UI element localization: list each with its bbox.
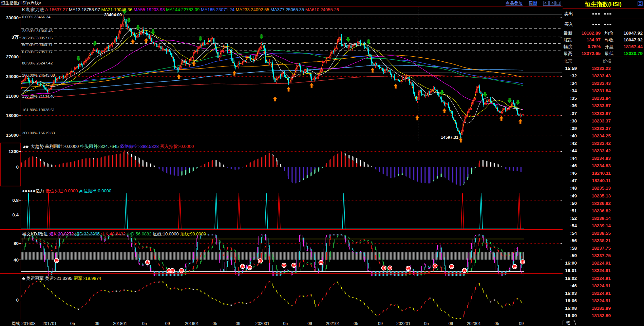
svg-text:幅度: 幅度	[564, 44, 572, 49]
svg-text:18167.44: 18167.44	[624, 44, 643, 49]
svg-text:买入: 买入	[564, 22, 573, 27]
svg-text:05: 05	[495, 321, 499, 326]
svg-text:18237.75: 18237.75	[592, 253, 611, 258]
svg-text:18372.65: 18372.65	[582, 51, 601, 56]
svg-text:笔: 笔	[566, 321, 570, 325]
svg-text:0.4: 0.4	[12, 212, 19, 217]
svg-text:138.20% 21134.40: 138.20% 21134.40	[22, 94, 55, 98]
svg-text::54: :54	[570, 223, 577, 228]
svg-text:0: 0	[16, 165, 19, 170]
svg-text:均价: 均价	[604, 31, 613, 36]
svg-text:09: 09	[378, 321, 383, 326]
svg-text:05: 05	[70, 321, 75, 326]
svg-text:80: 80	[14, 241, 19, 246]
svg-text::51: :51	[570, 208, 577, 213]
svg-text::56: :56	[570, 238, 577, 243]
svg-text:14597.31: 14597.31	[441, 135, 458, 140]
svg-text:09: 09	[307, 321, 312, 326]
svg-text:▲: ▲	[22, 144, 26, 149]
svg-text:界文KDJ改进 短K:20.0272 短D:22.3895: 界文KDJ改进 短K:20.0272 短D:22.3895 中K:48.6432…	[22, 231, 206, 236]
svg-text:K 胡家刀法 A:18637.27 MA13:18758.: K 胡家刀法 A:18637.27 MA13:18758.97 MA21:190…	[22, 7, 339, 12]
svg-text::39: :39	[570, 126, 577, 131]
svg-text::46: :46	[570, 283, 577, 288]
svg-text:23.60% 31360.45: 23.60% 31360.45	[22, 29, 53, 33]
svg-text:18231.84: 18231.84	[592, 88, 611, 93]
svg-text:202101: 202101	[326, 321, 340, 326]
svg-text:18232.23: 18232.23	[592, 66, 611, 71]
svg-text:18224.91: 18224.91	[592, 298, 611, 303]
svg-text:18235.13: 18235.13	[592, 186, 611, 191]
svg-text::36: :36	[570, 103, 577, 108]
svg-text::49: :49	[570, 193, 577, 198]
svg-text:18238.21: 18238.21	[592, 238, 611, 243]
svg-text::42: :42	[570, 141, 577, 146]
svg-text:15000: 15000	[6, 133, 19, 138]
svg-text:40: 40	[14, 257, 19, 263]
svg-text:3万: 3万	[12, 35, 19, 40]
svg-text::47: :47	[570, 178, 577, 183]
svg-text:18233.42: 18233.42	[592, 148, 611, 153]
svg-text:最高: 最高	[564, 51, 572, 56]
svg-text::34: :34	[570, 81, 577, 86]
svg-text:18233.43: 18233.43	[592, 81, 611, 86]
svg-text::38: :38	[570, 118, 577, 123]
svg-text:16:02: 16:02	[565, 276, 577, 281]
svg-text::59: :59	[570, 253, 577, 258]
svg-text:202001: 202001	[255, 321, 269, 326]
svg-text::54: :54	[570, 231, 577, 236]
svg-text:80.90% 26247.42: 80.90% 26247.42	[22, 61, 53, 65]
svg-text:18224.91: 18224.91	[592, 261, 611, 266]
svg-text:18224.91: 18224.91	[592, 268, 611, 273]
svg-text:18234.25: 18234.25	[592, 133, 611, 138]
svg-text:恒生指数(HSI): 恒生指数(HSI)	[584, 1, 622, 7]
svg-text:201608: 201608	[21, 321, 36, 326]
svg-text:开盘: 开盘	[605, 44, 613, 49]
svg-text:21000: 21000	[6, 94, 19, 99]
svg-text:18224.91: 18224.91	[592, 283, 611, 288]
svg-text:38.20% 30057.65: 38.20% 30057.65	[22, 36, 53, 40]
svg-text:卖出: 卖出	[564, 11, 573, 16]
svg-text:201701: 201701	[42, 321, 57, 326]
svg-text:18238.55: 18238.55	[592, 231, 611, 236]
svg-text:201901: 201901	[185, 321, 199, 326]
svg-text:1200: 1200	[8, 149, 19, 154]
svg-text:05: 05	[142, 321, 147, 326]
svg-text:16:00: 16:00	[565, 261, 577, 266]
svg-text:16:09: 16:09	[565, 313, 577, 318]
svg-text:33000: 33000	[6, 15, 19, 20]
svg-text:18235.13: 18235.13	[592, 193, 611, 198]
svg-text:18236.82: 18236.82	[592, 208, 611, 213]
svg-text::58: :58	[570, 246, 577, 251]
svg-text:●●●●●亿万 低位买进:0.0000 高位抛出:0.000: ●●●●●亿万 低位买进:0.0000 高位抛出:0.0000	[22, 188, 111, 193]
svg-text::50: :50	[570, 201, 577, 206]
svg-text:0.75%: 0.75%	[588, 44, 601, 49]
svg-text:北京: 北京	[564, 58, 572, 63]
svg-text:09: 09	[449, 321, 453, 326]
svg-text:18237.75: 18237.75	[592, 246, 611, 251]
svg-text:05: 05	[354, 321, 358, 326]
svg-text:05: 05	[213, 321, 217, 326]
svg-text:涨跌: 涨跌	[564, 37, 572, 42]
svg-text::44: :44	[570, 156, 577, 161]
svg-text::34: :34	[570, 88, 577, 93]
svg-text:最新: 最新	[564, 31, 572, 36]
svg-text:奥运冠军 奥运:-21.3395 冠军:-19.9874: 奥运冠军 奥运:-21.3395 冠军:-19.9874	[26, 276, 101, 281]
svg-text:价格: 价格	[602, 58, 611, 63]
svg-text:18234.83: 18234.83	[592, 156, 611, 161]
svg-text:16:03: 16:03	[565, 291, 577, 296]
svg-text:18236.82: 18236.82	[592, 201, 611, 206]
svg-text:18231.84: 18231.84	[592, 96, 611, 101]
svg-text::37: :37	[570, 111, 577, 116]
svg-text:18240.11: 18240.11	[592, 171, 611, 176]
svg-text:05: 05	[283, 321, 288, 326]
svg-text:24000: 24000	[6, 74, 19, 79]
svg-text:202201: 202201	[396, 321, 411, 326]
svg-text:昨收: 昨收	[605, 37, 613, 42]
svg-text:18030.79: 18030.79	[624, 51, 643, 56]
svg-text:商品叠加: 商品叠加	[506, 1, 523, 6]
svg-text:18000: 18000	[6, 113, 19, 118]
svg-text:18047.92: 18047.92	[624, 37, 643, 42]
svg-text:18233.37: 18233.37	[592, 126, 611, 131]
svg-text:周期: 周期	[529, 1, 537, 6]
svg-text:0: 0	[16, 298, 19, 303]
